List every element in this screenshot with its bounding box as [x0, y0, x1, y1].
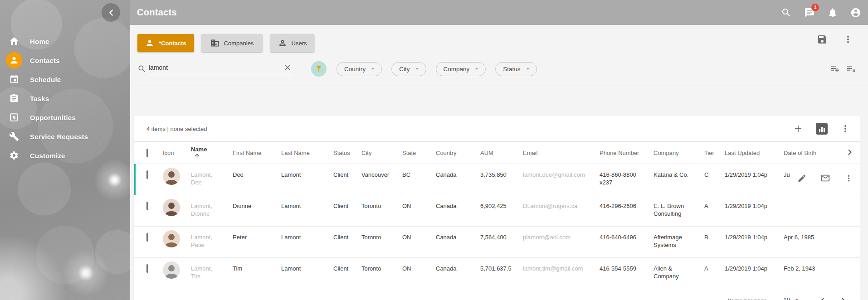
previous-page-icon[interactable]	[818, 296, 827, 300]
filter-chip-city[interactable]: City	[391, 62, 426, 76]
sidebar-item-service-requests[interactable]: Service Requests	[0, 127, 130, 146]
row-checkbox[interactable]	[146, 233, 148, 242]
playlist-add-icon[interactable]	[830, 64, 840, 74]
chat-badge: 1	[811, 4, 819, 11]
tab-users[interactable]: Users	[270, 34, 314, 52]
company-cell: Afterimage Systems	[653, 233, 691, 249]
chevron-down-icon	[414, 66, 420, 72]
status-cell: Client	[333, 195, 361, 227]
column-header-dob[interactable]: Date of Birth	[784, 142, 834, 164]
sidebar-item-contacts[interactable]: Contacts	[0, 51, 130, 70]
column-header-first-name[interactable]: First Name	[233, 142, 281, 164]
table-row: Lamont, Tim Tim Lamont Client Toronto ON…	[134, 258, 860, 289]
person-outline-icon	[278, 39, 287, 48]
company-cell: Allen & Company	[653, 265, 691, 280]
column-header-aum[interactable]: AUM	[480, 142, 523, 164]
column-header-name[interactable]: Name	[191, 142, 233, 164]
next-page-icon[interactable]	[839, 296, 848, 300]
chevron-down-icon	[794, 296, 800, 300]
bar-chart-icon[interactable]	[816, 123, 828, 135]
filter-chip-company[interactable]: Company	[436, 62, 486, 76]
column-header-phone[interactable]: Phone Number	[600, 142, 653, 164]
column-header-tier[interactable]: Tier	[704, 142, 725, 164]
table-row: Lamont, Dee Dee Lamont Client Vancouver …	[134, 164, 860, 195]
playlist-remove-icon[interactable]	[846, 64, 856, 74]
more-vert-icon[interactable]	[840, 123, 851, 134]
wrench-icon	[6, 128, 22, 145]
add-icon[interactable]	[793, 123, 804, 134]
sidebar-item-opportunities[interactable]: $ Opportunities	[0, 108, 130, 127]
select-all-checkbox[interactable]	[146, 149, 148, 157]
search-field[interactable]: lamont	[137, 63, 292, 75]
search-icon[interactable]	[781, 7, 792, 18]
sidebar-item-customize[interactable]: Customize	[0, 146, 130, 165]
dob-cell: Apr 6, 1985	[784, 227, 834, 258]
sidebar-item-label: Schedule	[30, 76, 61, 83]
phone-cell: 416-640-6496	[600, 227, 653, 258]
chat-icon[interactable]: 1	[804, 7, 815, 18]
account-circle-icon[interactable]	[850, 7, 861, 18]
avatar	[163, 230, 180, 247]
opportunity-dollar-icon: $	[6, 109, 22, 126]
column-header-last-name[interactable]: Last Name	[281, 142, 333, 164]
last-name-cell: Lamont	[281, 258, 333, 289]
row-actions	[797, 173, 853, 183]
column-header-status[interactable]: Status	[333, 142, 361, 164]
last-updated-cell: 1/29/2019 1:04p	[725, 258, 784, 289]
notifications-bell-icon[interactable]	[827, 7, 838, 18]
search-input[interactable]: lamont	[149, 64, 168, 71]
filter-chip-status[interactable]: Status	[495, 62, 536, 76]
sidebar-collapse-button[interactable]	[102, 3, 120, 22]
save-icon[interactable]	[817, 34, 828, 45]
sidebar: Home Contacts Schedule Tasks $ Op	[0, 0, 130, 300]
state-cell: BC	[402, 164, 436, 195]
results-card: 4 items | none selected	[134, 116, 860, 300]
column-header-email[interactable]: Email	[523, 142, 600, 164]
pagination: Items per page 10	[134, 289, 860, 300]
sidebar-item-tasks[interactable]: Tasks	[0, 89, 130, 108]
scroll-columns-right-icon[interactable]	[845, 148, 854, 157]
row-checkbox[interactable]	[146, 264, 148, 273]
tab-companies[interactable]: Companies	[201, 34, 263, 52]
column-header-country[interactable]: Country	[436, 142, 480, 164]
aum-cell: 7,564,400	[480, 227, 523, 258]
email-envelope-icon[interactable]	[820, 173, 830, 183]
last-updated-cell: 1/29/2019 1:04p	[725, 227, 784, 258]
home-icon	[6, 33, 22, 49]
tier-cell: A	[704, 258, 725, 289]
column-header-icon[interactable]: Icon	[163, 142, 191, 164]
tab-contacts[interactable]: *Contacts	[137, 34, 194, 52]
entity-tabs: *Contacts Companies Users	[130, 25, 868, 52]
edit-pencil-icon[interactable]	[797, 174, 807, 183]
more-vert-icon[interactable]	[843, 34, 853, 45]
last-name-cell: Lamont	[281, 164, 333, 195]
status-cell: Client	[333, 164, 361, 195]
last-updated-cell: 1/29/2019 1:04p	[725, 164, 784, 195]
last-name-cell: Lamont	[281, 227, 333, 258]
name-cell: Lamont, Dee	[191, 171, 217, 186]
more-vert-icon[interactable]	[844, 174, 853, 183]
country-cell: Canada	[436, 164, 480, 195]
row-checkbox[interactable]	[146, 202, 148, 210]
status-cell: Client	[333, 258, 361, 289]
sidebar-item-schedule[interactable]: Schedule	[0, 70, 130, 89]
filter-funnel-button[interactable]	[311, 61, 327, 77]
column-header-last-updated[interactable]: Last Updated	[725, 142, 784, 164]
row-checkbox[interactable]	[146, 170, 148, 179]
column-header-city[interactable]: City	[361, 142, 402, 164]
first-name-cell: Dee	[233, 164, 281, 195]
sidebar-nav: Home Contacts Schedule Tasks $ Op	[0, 32, 130, 165]
page-size-select[interactable]: 10	[779, 296, 803, 300]
phone-cell: 416-860-8800 x237	[600, 164, 653, 195]
sidebar-item-home[interactable]: Home	[0, 32, 130, 51]
clear-search-icon[interactable]	[283, 63, 292, 72]
gear-icon	[6, 147, 22, 164]
country-cell: Canada	[436, 227, 480, 258]
status-cell: Client	[333, 227, 361, 258]
page-size-value: 10	[784, 296, 790, 300]
filter-chip-country[interactable]: Country	[336, 62, 382, 76]
column-header-state[interactable]: State	[402, 142, 436, 164]
column-header-company[interactable]: Company	[653, 142, 704, 164]
chip-label: City	[399, 66, 410, 73]
chip-label: Country	[344, 66, 366, 73]
